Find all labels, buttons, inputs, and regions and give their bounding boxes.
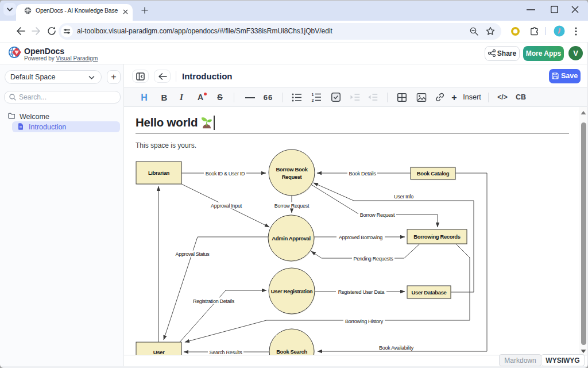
svg-text:1: 1 xyxy=(312,93,314,97)
svg-text:Registered User Data: Registered User Data xyxy=(338,289,385,295)
svg-text:Borrow Request: Borrow Request xyxy=(360,212,395,218)
svg-text:Registration Details: Registration Details xyxy=(193,298,235,304)
svg-text:Borrowing History: Borrowing History xyxy=(345,319,384,324)
svg-text:Book ID & User ID: Book ID & User ID xyxy=(206,171,245,177)
svg-text:Pending Requests: Pending Requests xyxy=(354,256,394,262)
svg-text:Approval Input: Approval Input xyxy=(211,203,242,209)
svg-text:Librarian: Librarian xyxy=(148,170,170,176)
svg-text:User Database: User Database xyxy=(412,289,447,296)
svg-text:Borrow Book: Borrow Book xyxy=(276,166,308,172)
svg-text:User Registration: User Registration xyxy=(271,288,313,294)
svg-text:User Info: User Info xyxy=(394,194,413,200)
svg-text:Search Results: Search Results xyxy=(210,350,243,355)
svg-text:Book Search: Book Search xyxy=(276,348,307,355)
svg-text:Borrow Request: Borrow Request xyxy=(274,203,310,209)
svg-text:Admin Approval: Admin Approval xyxy=(272,235,310,241)
svg-text:Approved Borrowing: Approved Borrowing xyxy=(339,235,382,240)
svg-text:2: 2 xyxy=(312,98,314,102)
svg-text:User: User xyxy=(153,349,165,355)
svg-text:Book Availability: Book Availability xyxy=(379,345,414,351)
svg-text:Request: Request xyxy=(282,174,303,180)
svg-text:Approval Status: Approval Status xyxy=(175,251,210,257)
svg-text:Borrowing Records: Borrowing Records xyxy=(413,233,460,240)
svg-text:Book Details: Book Details xyxy=(349,171,377,177)
svg-text:Book Catalog: Book Catalog xyxy=(417,170,450,177)
